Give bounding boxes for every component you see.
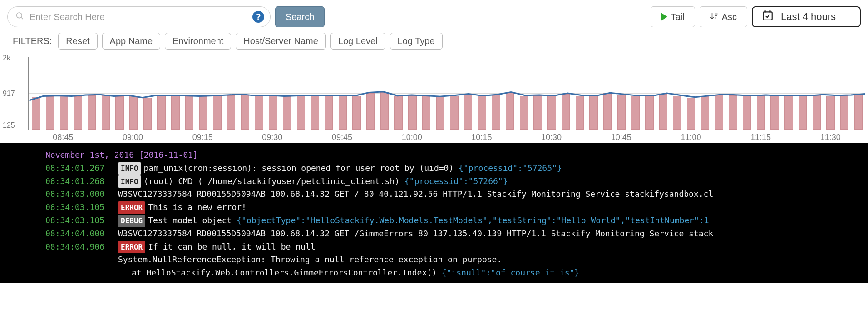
calendar-icon: [762, 10, 774, 24]
log-row[interactable]: 08:34:03.105DEBUGTest model object {"obj…: [0, 214, 868, 227]
x-tick: 11:15: [726, 133, 796, 142]
log-row[interactable]: 08:34:03.000W3SVC1273337584 RD00155D5094…: [0, 188, 868, 201]
x-tick: 08:45: [28, 133, 98, 142]
filter-host[interactable]: Host/Server Name: [236, 33, 326, 50]
log-body: INFO(root) CMD ( /home/stackifyuser/petc…: [118, 175, 508, 188]
x-tick: 11:00: [656, 133, 726, 142]
filter-row: FILTERS: Reset App Name Environment Host…: [0, 31, 868, 54]
log-body: DEBUGTest model object {"objectType":"He…: [118, 214, 709, 227]
tail-label: Tail: [671, 12, 685, 22]
log-level-badge: INFO: [118, 175, 141, 188]
log-level-badge: DEBUG: [118, 215, 145, 227]
time-range-label: Last 4 hours: [781, 11, 836, 23]
filters-label: FILTERS:: [13, 36, 52, 46]
filter-log-level[interactable]: Log Level: [330, 33, 385, 50]
top-bar: ? Search Tail Asc Last 4 hours: [0, 0, 868, 31]
log-time: 08:34:03.105: [45, 201, 118, 214]
y-tick: 917: [3, 90, 15, 98]
x-tick: 11:30: [795, 133, 865, 142]
x-tick: 10:30: [517, 133, 587, 142]
log-time: 08:34:03.000: [45, 188, 118, 201]
log-time: 08:34:04.906: [45, 240, 118, 254]
x-tick: 09:45: [307, 133, 377, 142]
asc-label: Asc: [722, 12, 737, 22]
asc-button[interactable]: Asc: [700, 6, 747, 27]
filter-app-name[interactable]: App Name: [102, 33, 161, 50]
svg-line-1: [21, 17, 23, 19]
search-input[interactable]: [7, 6, 271, 27]
log-row[interactable]: 08:34:03.105ERRORThis is a new error!: [0, 201, 868, 214]
log-body: W3SVC1273337584 RD00155D5094AB 100.68.14…: [118, 188, 713, 201]
log-body: W3SVC1273337584 RD00155D5094AB 100.68.14…: [118, 227, 713, 240]
play-icon: [661, 13, 667, 21]
x-tick: 10:15: [447, 133, 517, 142]
x-tick: 09:00: [98, 133, 168, 142]
log-body: ERRORThis is a new error!: [118, 201, 247, 214]
filter-log-type[interactable]: Log Type: [390, 33, 443, 50]
filter-environment[interactable]: Environment: [165, 33, 231, 50]
log-row[interactable]: 08:34:04.906ERRORIf it can be null, it w…: [0, 240, 868, 254]
search-wrap: ?: [7, 6, 271, 27]
log-stack-line: at HelloStackify.Web.Controllers.GimmeEr…: [0, 266, 868, 280]
log-level-badge: INFO: [118, 162, 141, 175]
log-body: ERRORIf it can be null, it will be null: [118, 240, 316, 254]
log-stack-line: System.NullReferenceException: Throwing …: [0, 253, 868, 266]
chart-area: 2k 917 125 08:4509:0009:1509:3009:4510:0…: [0, 54, 868, 143]
log-row[interactable]: 08:34:04.000W3SVC1273337584 RD00155D5094…: [0, 227, 868, 240]
y-tick: 125: [3, 121, 15, 130]
x-tick: 09:15: [168, 133, 237, 142]
log-level-badge: ERROR: [118, 201, 145, 214]
reset-button[interactable]: Reset: [58, 33, 97, 50]
chart-canvas[interactable]: [28, 57, 865, 130]
y-tick: 2k: [3, 54, 10, 62]
log-body: INFOpam_unix(cron:session): session open…: [118, 162, 562, 175]
log-panel: November 1st, 2016 [2016-11-01] 08:34:01…: [0, 143, 868, 283]
log-row[interactable]: 08:34:01.267INFOpam_unix(cron:session): …: [0, 162, 868, 175]
log-time: 08:34:01.267: [45, 162, 118, 175]
log-date-header: November 1st, 2016 [2016-11-01]: [0, 149, 868, 162]
log-level-badge: ERROR: [118, 241, 145, 254]
x-tick: 09:30: [237, 133, 307, 142]
time-range-select[interactable]: Last 4 hours: [752, 6, 861, 27]
help-icon[interactable]: ?: [252, 11, 264, 23]
x-tick: 10:45: [586, 133, 656, 142]
log-time: 08:34:03.105: [45, 214, 118, 227]
log-row[interactable]: 08:34:01.268INFO(root) CMD ( /home/stack…: [0, 175, 868, 188]
tail-button[interactable]: Tail: [651, 6, 695, 27]
search-icon: [15, 12, 25, 22]
log-time: 08:34:04.000: [45, 227, 118, 240]
svg-rect-6: [763, 12, 772, 20]
x-tick: 10:00: [377, 133, 447, 142]
log-time: 08:34:01.268: [45, 175, 118, 188]
x-axis: 08:4509:0009:1509:3009:4510:0010:1510:30…: [28, 133, 865, 142]
search-button[interactable]: Search: [275, 6, 325, 27]
svg-point-0: [17, 13, 22, 18]
sort-icon: [710, 12, 718, 22]
